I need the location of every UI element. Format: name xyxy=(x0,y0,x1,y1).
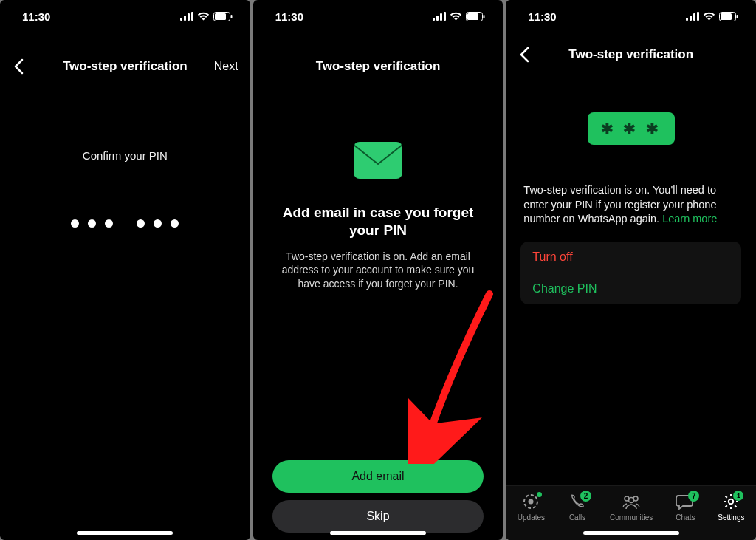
pin-digit xyxy=(137,219,145,228)
next-button[interactable]: Next xyxy=(214,60,238,73)
pin-digit xyxy=(105,219,113,228)
confirm-pin-label: Confirm your PIN xyxy=(83,149,168,162)
svg-rect-3 xyxy=(191,12,193,21)
svg-point-22 xyxy=(529,499,534,505)
svg-rect-17 xyxy=(697,12,699,21)
tab-label: Communities xyxy=(610,513,653,522)
settings-badge: 1 xyxy=(733,491,743,501)
svg-rect-14 xyxy=(686,18,688,21)
svg-rect-5 xyxy=(215,13,226,20)
back-button[interactable] xyxy=(513,44,535,66)
updates-badge xyxy=(537,492,542,497)
home-indicator[interactable] xyxy=(77,531,173,535)
status-time: 11:30 xyxy=(275,10,303,23)
back-button[interactable] xyxy=(7,55,30,78)
svg-rect-12 xyxy=(467,13,478,20)
add-email-button[interactable]: Add email xyxy=(272,460,484,493)
page-title: Two-step verification xyxy=(506,47,756,62)
nav-bar: Two-step verification xyxy=(253,50,504,83)
status-bar: 11:30 xyxy=(253,0,504,33)
nav-bar: Two-step verification xyxy=(506,38,756,71)
status-indicators xyxy=(433,12,485,21)
updates-icon xyxy=(521,492,540,511)
change-pin-button[interactable]: Change PIN xyxy=(520,273,741,304)
status-bar: 11:30 xyxy=(0,0,250,33)
page-title: Two-step verification xyxy=(0,59,250,74)
status-time: 11:30 xyxy=(528,10,556,23)
add-email-heading: Add email in case you forget your PIN xyxy=(268,204,489,239)
phone-icon: 2 xyxy=(568,492,587,511)
tab-calls[interactable]: 2 Calls xyxy=(568,492,587,522)
screen-confirm-pin: 11:30 Two-step verification Next Confirm… xyxy=(0,0,250,540)
svg-rect-19 xyxy=(721,13,732,20)
tab-label: Updates xyxy=(518,513,545,522)
add-email-description: Two-step verification is on. Add an emai… xyxy=(268,250,489,292)
pin-digit xyxy=(171,219,179,228)
two-step-info: Two-step verification is on. You'll need… xyxy=(520,183,741,227)
communities-icon xyxy=(622,492,641,511)
tab-settings[interactable]: 1 Settings xyxy=(718,492,744,522)
envelope-icon xyxy=(354,142,402,179)
tab-label: Settings xyxy=(718,513,744,522)
svg-point-26 xyxy=(729,499,733,504)
nav-bar: Two-step verification Next xyxy=(0,50,250,83)
status-indicators xyxy=(180,12,233,21)
svg-point-25 xyxy=(629,498,634,503)
svg-rect-13 xyxy=(484,15,485,18)
tab-label: Chats xyxy=(676,513,695,522)
svg-rect-10 xyxy=(444,12,446,21)
svg-rect-15 xyxy=(690,16,692,21)
svg-rect-7 xyxy=(433,18,435,21)
svg-rect-1 xyxy=(184,16,186,21)
calls-badge: 2 xyxy=(580,491,591,502)
chats-badge: 7 xyxy=(688,491,699,502)
pin-digit xyxy=(88,219,96,228)
gear-icon: 1 xyxy=(721,492,740,511)
chevron-left-icon xyxy=(519,47,529,63)
svg-rect-8 xyxy=(436,16,439,21)
svg-rect-0 xyxy=(180,18,182,21)
svg-rect-20 xyxy=(737,15,738,18)
options-list: Turn off Change PIN xyxy=(520,242,741,304)
svg-rect-16 xyxy=(693,13,695,21)
svg-rect-6 xyxy=(230,15,232,18)
tab-updates[interactable]: Updates xyxy=(518,492,545,522)
status-bar: 11:30 xyxy=(506,0,756,33)
tab-chats[interactable]: 7 Chats xyxy=(676,492,695,522)
pin-hidden-badge: ✱ ✱ ✱ xyxy=(588,112,675,145)
pin-digit xyxy=(71,219,79,228)
chats-icon: 7 xyxy=(676,492,695,511)
svg-rect-9 xyxy=(440,13,442,21)
home-indicator[interactable] xyxy=(583,531,679,535)
screen-two-step-settings: 11:30 Two-step verification ✱ ✱ ✱ Two-st… xyxy=(506,0,756,540)
status-indicators xyxy=(686,12,738,21)
page-title: Two-step verification xyxy=(253,59,504,74)
skip-button[interactable]: Skip xyxy=(272,500,484,533)
home-indicator[interactable] xyxy=(330,531,426,535)
screen-add-email: 11:30 Two-step verification Add email in… xyxy=(253,0,504,540)
tab-label: Calls xyxy=(569,513,585,522)
pin-input[interactable] xyxy=(71,219,179,228)
learn-more-link[interactable]: Learn more xyxy=(662,213,717,225)
svg-rect-2 xyxy=(188,13,190,21)
turn-off-button[interactable]: Turn off xyxy=(520,242,741,273)
status-time: 11:30 xyxy=(22,10,50,23)
chevron-left-icon xyxy=(13,58,24,75)
tab-communities[interactable]: Communities xyxy=(610,492,653,522)
pin-digit xyxy=(154,219,162,228)
